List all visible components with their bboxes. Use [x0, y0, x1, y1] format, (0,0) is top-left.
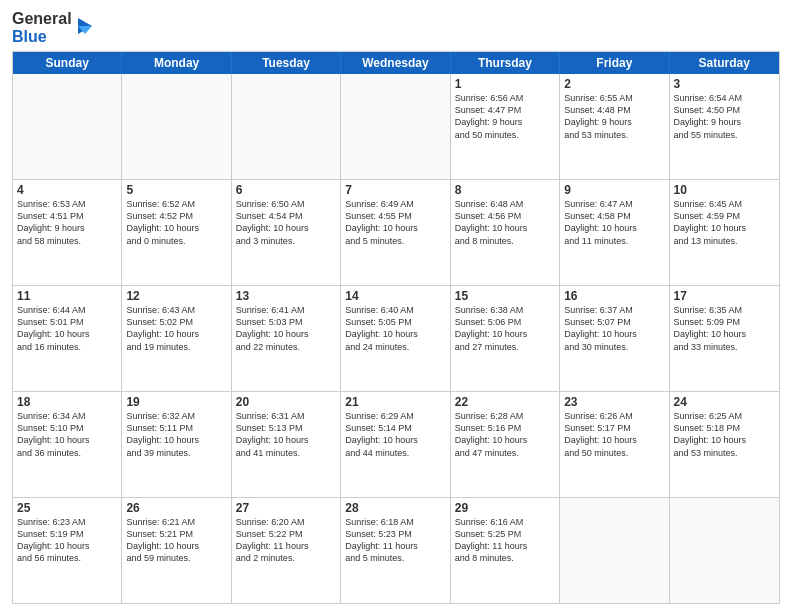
calendar-cell-day-10: 10Sunrise: 6:45 AM Sunset: 4:59 PM Dayli…: [670, 180, 779, 285]
day-info: Sunrise: 6:45 AM Sunset: 4:59 PM Dayligh…: [674, 198, 775, 247]
calendar-cell-day-12: 12Sunrise: 6:43 AM Sunset: 5:02 PM Dayli…: [122, 286, 231, 391]
day-number: 9: [564, 183, 664, 197]
calendar-cell-day-19: 19Sunrise: 6:32 AM Sunset: 5:11 PM Dayli…: [122, 392, 231, 497]
calendar-cell-day-27: 27Sunrise: 6:20 AM Sunset: 5:22 PM Dayli…: [232, 498, 341, 603]
calendar-cell-day-16: 16Sunrise: 6:37 AM Sunset: 5:07 PM Dayli…: [560, 286, 669, 391]
day-info: Sunrise: 6:34 AM Sunset: 5:10 PM Dayligh…: [17, 410, 117, 459]
calendar-body: 1Sunrise: 6:56 AM Sunset: 4:47 PM Daylig…: [13, 74, 779, 603]
calendar-cell-day-4: 4Sunrise: 6:53 AM Sunset: 4:51 PM Daylig…: [13, 180, 122, 285]
day-number: 1: [455, 77, 555, 91]
day-info: Sunrise: 6:49 AM Sunset: 4:55 PM Dayligh…: [345, 198, 445, 247]
day-info: Sunrise: 6:21 AM Sunset: 5:21 PM Dayligh…: [126, 516, 226, 565]
weekday-header-thursday: Thursday: [451, 52, 560, 74]
calendar-cell-day-2: 2Sunrise: 6:55 AM Sunset: 4:48 PM Daylig…: [560, 74, 669, 179]
calendar-cell-day-6: 6Sunrise: 6:50 AM Sunset: 4:54 PM Daylig…: [232, 180, 341, 285]
day-number: 19: [126, 395, 226, 409]
weekday-header-saturday: Saturday: [670, 52, 779, 74]
day-info: Sunrise: 6:31 AM Sunset: 5:13 PM Dayligh…: [236, 410, 336, 459]
calendar-cell-day-20: 20Sunrise: 6:31 AM Sunset: 5:13 PM Dayli…: [232, 392, 341, 497]
calendar-cell-day-28: 28Sunrise: 6:18 AM Sunset: 5:23 PM Dayli…: [341, 498, 450, 603]
day-number: 13: [236, 289, 336, 303]
calendar-cell-day-17: 17Sunrise: 6:35 AM Sunset: 5:09 PM Dayli…: [670, 286, 779, 391]
weekday-header-tuesday: Tuesday: [232, 52, 341, 74]
weekday-header-friday: Friday: [560, 52, 669, 74]
day-info: Sunrise: 6:53 AM Sunset: 4:51 PM Dayligh…: [17, 198, 117, 247]
page: General Blue SundayMondayTuesdayWednesda…: [0, 0, 792, 612]
day-number: 29: [455, 501, 555, 515]
day-number: 15: [455, 289, 555, 303]
calendar-cell-day-29: 29Sunrise: 6:16 AM Sunset: 5:25 PM Dayli…: [451, 498, 560, 603]
calendar-cell-empty-0-1: [122, 74, 231, 179]
weekday-header-sunday: Sunday: [13, 52, 122, 74]
day-number: 28: [345, 501, 445, 515]
day-number: 14: [345, 289, 445, 303]
day-number: 8: [455, 183, 555, 197]
calendar-cell-day-15: 15Sunrise: 6:38 AM Sunset: 5:06 PM Dayli…: [451, 286, 560, 391]
header: General Blue: [12, 10, 780, 45]
calendar-cell-day-21: 21Sunrise: 6:29 AM Sunset: 5:14 PM Dayli…: [341, 392, 450, 497]
calendar-row-1: 4Sunrise: 6:53 AM Sunset: 4:51 PM Daylig…: [13, 179, 779, 285]
calendar-cell-empty-4-5: [560, 498, 669, 603]
day-info: Sunrise: 6:29 AM Sunset: 5:14 PM Dayligh…: [345, 410, 445, 459]
day-info: Sunrise: 6:20 AM Sunset: 5:22 PM Dayligh…: [236, 516, 336, 565]
logo-bird-icon: [74, 10, 100, 42]
calendar-row-3: 18Sunrise: 6:34 AM Sunset: 5:10 PM Dayli…: [13, 391, 779, 497]
day-info: Sunrise: 6:32 AM Sunset: 5:11 PM Dayligh…: [126, 410, 226, 459]
day-info: Sunrise: 6:43 AM Sunset: 5:02 PM Dayligh…: [126, 304, 226, 353]
calendar-cell-day-22: 22Sunrise: 6:28 AM Sunset: 5:16 PM Dayli…: [451, 392, 560, 497]
day-info: Sunrise: 6:16 AM Sunset: 5:25 PM Dayligh…: [455, 516, 555, 565]
weekday-header-wednesday: Wednesday: [341, 52, 450, 74]
calendar-cell-day-24: 24Sunrise: 6:25 AM Sunset: 5:18 PM Dayli…: [670, 392, 779, 497]
calendar-cell-day-3: 3Sunrise: 6:54 AM Sunset: 4:50 PM Daylig…: [670, 74, 779, 179]
day-number: 23: [564, 395, 664, 409]
calendar-cell-day-1: 1Sunrise: 6:56 AM Sunset: 4:47 PM Daylig…: [451, 74, 560, 179]
day-info: Sunrise: 6:44 AM Sunset: 5:01 PM Dayligh…: [17, 304, 117, 353]
day-number: 2: [564, 77, 664, 91]
day-info: Sunrise: 6:52 AM Sunset: 4:52 PM Dayligh…: [126, 198, 226, 247]
calendar-cell-empty-0-3: [341, 74, 450, 179]
calendar-row-2: 11Sunrise: 6:44 AM Sunset: 5:01 PM Dayli…: [13, 285, 779, 391]
calendar-cell-day-26: 26Sunrise: 6:21 AM Sunset: 5:21 PM Dayli…: [122, 498, 231, 603]
day-info: Sunrise: 6:55 AM Sunset: 4:48 PM Dayligh…: [564, 92, 664, 141]
day-number: 20: [236, 395, 336, 409]
calendar-cell-empty-4-6: [670, 498, 779, 603]
day-number: 16: [564, 289, 664, 303]
day-info: Sunrise: 6:47 AM Sunset: 4:58 PM Dayligh…: [564, 198, 664, 247]
calendar-cell-day-23: 23Sunrise: 6:26 AM Sunset: 5:17 PM Dayli…: [560, 392, 669, 497]
day-info: Sunrise: 6:37 AM Sunset: 5:07 PM Dayligh…: [564, 304, 664, 353]
day-info: Sunrise: 6:48 AM Sunset: 4:56 PM Dayligh…: [455, 198, 555, 247]
calendar-cell-day-9: 9Sunrise: 6:47 AM Sunset: 4:58 PM Daylig…: [560, 180, 669, 285]
day-number: 17: [674, 289, 775, 303]
day-number: 6: [236, 183, 336, 197]
day-info: Sunrise: 6:26 AM Sunset: 5:17 PM Dayligh…: [564, 410, 664, 459]
day-number: 5: [126, 183, 226, 197]
calendar-cell-day-5: 5Sunrise: 6:52 AM Sunset: 4:52 PM Daylig…: [122, 180, 231, 285]
day-info: Sunrise: 6:40 AM Sunset: 5:05 PM Dayligh…: [345, 304, 445, 353]
logo-general-text: General: [12, 10, 72, 28]
calendar-cell-empty-0-0: [13, 74, 122, 179]
calendar-cell-day-7: 7Sunrise: 6:49 AM Sunset: 4:55 PM Daylig…: [341, 180, 450, 285]
day-info: Sunrise: 6:54 AM Sunset: 4:50 PM Dayligh…: [674, 92, 775, 141]
day-info: Sunrise: 6:41 AM Sunset: 5:03 PM Dayligh…: [236, 304, 336, 353]
day-info: Sunrise: 6:23 AM Sunset: 5:19 PM Dayligh…: [17, 516, 117, 565]
weekday-header-monday: Monday: [122, 52, 231, 74]
day-number: 7: [345, 183, 445, 197]
day-number: 21: [345, 395, 445, 409]
day-info: Sunrise: 6:56 AM Sunset: 4:47 PM Dayligh…: [455, 92, 555, 141]
day-info: Sunrise: 6:18 AM Sunset: 5:23 PM Dayligh…: [345, 516, 445, 565]
day-number: 25: [17, 501, 117, 515]
day-number: 22: [455, 395, 555, 409]
calendar-row-0: 1Sunrise: 6:56 AM Sunset: 4:47 PM Daylig…: [13, 74, 779, 179]
day-number: 3: [674, 77, 775, 91]
calendar-row-4: 25Sunrise: 6:23 AM Sunset: 5:19 PM Dayli…: [13, 497, 779, 603]
day-info: Sunrise: 6:25 AM Sunset: 5:18 PM Dayligh…: [674, 410, 775, 459]
logo-wordmark: General Blue: [12, 10, 72, 45]
day-number: 26: [126, 501, 226, 515]
day-info: Sunrise: 6:38 AM Sunset: 5:06 PM Dayligh…: [455, 304, 555, 353]
calendar-cell-day-18: 18Sunrise: 6:34 AM Sunset: 5:10 PM Dayli…: [13, 392, 122, 497]
day-number: 18: [17, 395, 117, 409]
day-number: 12: [126, 289, 226, 303]
calendar-header: SundayMondayTuesdayWednesdayThursdayFrid…: [13, 52, 779, 74]
day-info: Sunrise: 6:35 AM Sunset: 5:09 PM Dayligh…: [674, 304, 775, 353]
calendar-cell-day-11: 11Sunrise: 6:44 AM Sunset: 5:01 PM Dayli…: [13, 286, 122, 391]
